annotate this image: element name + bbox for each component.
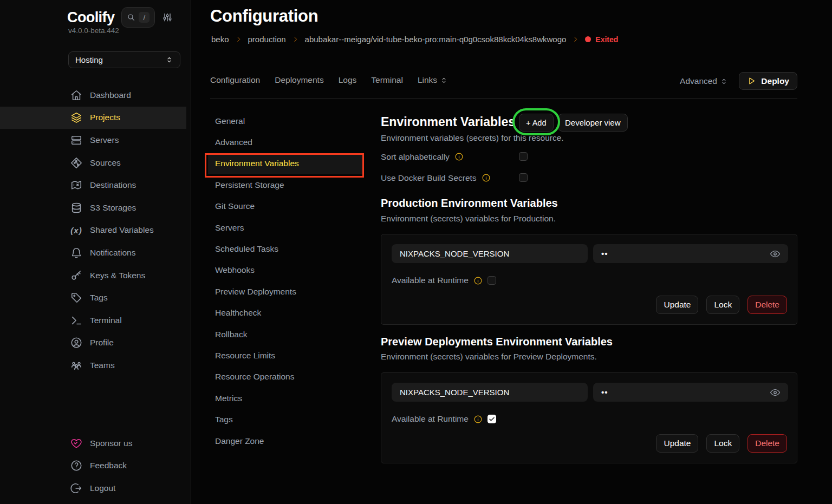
developer-view-button[interactable]: Developer view xyxy=(558,114,628,132)
configuration-subnav: General Advanced Environment Variables P… xyxy=(215,110,350,451)
sidebar-footer: Sponsor us Feedback Logout xyxy=(0,432,191,500)
subnav-item-resource-operations[interactable]: Resource Operations xyxy=(215,366,350,388)
layers-icon xyxy=(70,112,82,123)
sidebar-item-tags[interactable]: Tags xyxy=(0,286,191,309)
sidebar-item-sources[interactable]: Sources xyxy=(0,152,191,174)
sidebar-item-servers[interactable]: Servers xyxy=(0,129,191,152)
key-icon xyxy=(70,270,82,282)
home-icon xyxy=(70,89,82,101)
docker-build-secrets-checkbox[interactable] xyxy=(519,173,528,182)
info-icon[interactable] xyxy=(454,152,464,161)
variable-name-input[interactable] xyxy=(392,383,588,402)
sort-alphabetically-row: Sort alphabetically xyxy=(381,152,464,161)
tab-deployments[interactable]: Deployments xyxy=(275,75,323,85)
chevron-right-icon xyxy=(572,36,579,43)
subnav-item-tags[interactable]: Tags xyxy=(215,409,350,430)
resource-tabs: Configuration Deployments Logs Terminal … xyxy=(210,75,448,85)
reveal-value-button[interactable] xyxy=(770,248,781,259)
sidebar-item-projects[interactable]: Projects xyxy=(0,107,186,129)
status-dot-icon xyxy=(585,36,591,42)
app-version: v4.0.0-beta.442 xyxy=(68,27,119,35)
reveal-value-button[interactable] xyxy=(770,387,781,398)
subnav-item-danger-zone[interactable]: Danger Zone xyxy=(215,430,350,451)
subnav-item-rollback[interactable]: Rollback xyxy=(215,324,350,345)
preview-section-title: Preview Deployments Environment Variable… xyxy=(381,336,613,348)
subnav-item-resource-limits[interactable]: Resource Limits xyxy=(215,345,350,366)
breadcrumb-environment[interactable]: production xyxy=(248,35,286,44)
tab-logs[interactable]: Logs xyxy=(339,75,357,85)
subnav-item-metrics[interactable]: Metrics xyxy=(215,388,350,409)
search-button[interactable]: / xyxy=(121,7,155,28)
subnav-item-healthcheck[interactable]: Healthcheck xyxy=(215,303,350,324)
sidebar-item-s3-storages[interactable]: S3 Storages xyxy=(0,197,191,219)
chevron-up-down-icon xyxy=(440,76,448,84)
coolify-app: Coolify / v4.0.0-beta.442 Hosting Dashbo… xyxy=(0,0,832,504)
subnav-item-preview-deployments[interactable]: Preview Deployments xyxy=(215,281,350,302)
subnav-item-environment-variables[interactable]: Environment Variables xyxy=(208,153,363,174)
user-icon xyxy=(70,337,82,349)
variable-value-input[interactable] xyxy=(593,383,788,402)
sidebar-item-profile[interactable]: Profile xyxy=(0,332,191,355)
sidebar-item-dashboard[interactable]: Dashboard xyxy=(0,84,191,107)
info-icon[interactable] xyxy=(473,415,483,424)
sidebar-item-logout[interactable]: Logout xyxy=(0,477,191,500)
settings-sliders-icon[interactable] xyxy=(162,12,173,23)
production-variable-card: Available at Runtime Update Lock Delete xyxy=(381,234,797,325)
check-icon xyxy=(489,416,495,422)
sidebar-item-shared-variables[interactable]: (x) Shared Variables xyxy=(0,219,191,242)
sidebar-item-keys-tokens[interactable]: Keys & Tokens xyxy=(0,264,191,287)
variable-value-input[interactable] xyxy=(593,244,788,263)
update-button[interactable]: Update xyxy=(656,434,698,453)
subnav-item-servers[interactable]: Servers xyxy=(215,217,350,238)
team-selector[interactable]: Hosting xyxy=(68,51,180,68)
lock-button[interactable]: Lock xyxy=(706,434,739,453)
add-variable-button[interactable]: + Add xyxy=(519,114,554,132)
app-logo: Coolify xyxy=(67,9,114,26)
page-title: Configuration xyxy=(210,6,318,26)
production-section-title: Production Environment Variables xyxy=(381,197,558,210)
subnav-item-scheduled-tasks[interactable]: Scheduled Tasks xyxy=(215,238,350,259)
lock-button[interactable]: Lock xyxy=(706,296,739,314)
tab-configuration[interactable]: Configuration xyxy=(210,75,260,85)
subnav-item-git-source[interactable]: Git Source xyxy=(215,196,350,217)
preview-variable-card: Available at Runtime Update Lock Delete xyxy=(381,372,797,463)
help-icon xyxy=(70,460,82,472)
git-source-icon xyxy=(70,157,82,169)
advanced-dropdown[interactable]: Advanced xyxy=(680,76,728,86)
sort-alphabetically-checkbox[interactable] xyxy=(519,152,528,161)
tab-terminal[interactable]: Terminal xyxy=(371,75,403,85)
info-icon[interactable] xyxy=(473,276,483,285)
subnav-item-webhooks[interactable]: Webhooks xyxy=(215,260,350,281)
variable-actions: Update Lock Delete xyxy=(656,434,787,453)
subnav-item-advanced[interactable]: Advanced xyxy=(215,132,350,153)
subnav-item-persistent-storage[interactable]: Persistent Storage xyxy=(215,174,350,195)
play-icon xyxy=(747,76,756,86)
chevron-right-icon xyxy=(235,36,242,43)
breadcrumb-resource[interactable]: abubakar--meigag/vid-tube-beko-pro:main-… xyxy=(305,35,567,44)
sidebar-item-destinations[interactable]: Destinations xyxy=(0,174,191,197)
available-at-runtime-checkbox[interactable] xyxy=(487,415,496,423)
deploy-button[interactable]: Deploy xyxy=(739,72,797,90)
env-heading: Environment Variables xyxy=(381,115,515,129)
sidebar-menu: Dashboard Projects Servers Sources Desti… xyxy=(0,84,191,377)
tab-links[interactable]: Links xyxy=(418,75,448,85)
main-content: Configuration beko production abubakar--… xyxy=(192,0,832,504)
heart-icon xyxy=(70,437,82,449)
variable-name-input[interactable] xyxy=(392,244,588,263)
status-label: Exited xyxy=(595,35,618,44)
tabs-divider xyxy=(210,98,797,99)
subnav-item-general[interactable]: General xyxy=(215,110,350,132)
preview-section-subtitle: Environment (secrets) variables for Prev… xyxy=(381,352,597,362)
delete-button[interactable]: Delete xyxy=(748,296,787,314)
sidebar-item-teams[interactable]: Teams xyxy=(0,354,191,377)
update-button[interactable]: Update xyxy=(656,296,698,314)
sidebar-item-sponsor[interactable]: Sponsor us xyxy=(0,432,191,455)
breadcrumb-team[interactable]: beko xyxy=(211,35,229,44)
sidebar-item-terminal[interactable]: Terminal xyxy=(0,309,191,332)
delete-button[interactable]: Delete xyxy=(748,434,787,453)
sidebar-item-feedback[interactable]: Feedback xyxy=(0,455,191,477)
sidebar-item-notifications[interactable]: Notifications xyxy=(0,241,191,264)
variable-actions: Update Lock Delete xyxy=(656,296,787,314)
info-icon[interactable] xyxy=(482,173,491,182)
available-at-runtime-checkbox[interactable] xyxy=(487,276,496,285)
